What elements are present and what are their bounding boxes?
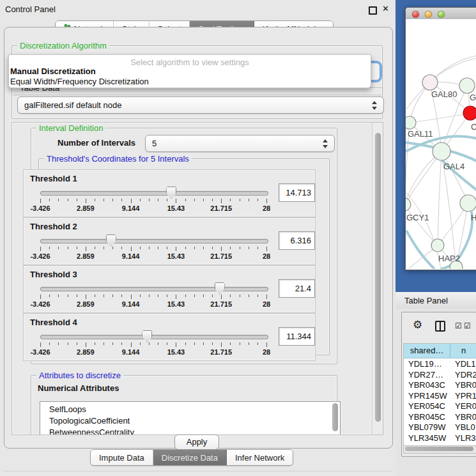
slider-tick-label: 9.144: [115, 204, 147, 212]
threshold-row-1: Threshold 1-3.4262.8599.14415.4321.71528…: [23, 169, 316, 217]
threshold-slider-thumb[interactable]: [106, 234, 116, 247]
numerical-attributes-list[interactable]: SelfLoopsTopologicalCoefficientBetweenne…: [40, 401, 341, 435]
cell-name: YLR3: [455, 433, 476, 443]
network-node[interactable]: [431, 239, 444, 252]
screen: Control Panel ✕ NetworkStyleSelectCyni T…: [0, 0, 476, 476]
cell-shared-name: YBL079W: [408, 422, 450, 432]
cell-shared-name: YBR045C: [408, 412, 450, 422]
attribute-item[interactable]: TopologicalCoefficient: [49, 415, 130, 427]
control-panel-titlebar: Control Panel ✕: [0, 0, 395, 18]
table-row[interactable]: YBR043CYBR0: [404, 380, 476, 391]
threshold-label: Threshold 4: [30, 318, 77, 327]
network-node-label: G: [470, 93, 476, 102]
threshold-slider-thumb[interactable]: [142, 330, 152, 342]
network-node-label: GCY1: [406, 213, 429, 222]
discretization-algorithm-group-title: Discretization Algorithm: [17, 41, 109, 50]
attributes-group-title: Attributes to discretize: [36, 371, 123, 380]
columns-icon[interactable]: [435, 321, 445, 332]
tab-impute-data[interactable]: Impute Data: [91, 450, 153, 465]
threshold-row-3: Threshold 3-3.4262.8599.14415.4321.71528…: [23, 265, 316, 313]
table-hscrollbar-thumb[interactable]: [405, 447, 473, 451]
table-row[interactable]: YBL079WYBL0: [404, 422, 476, 433]
cell-shared-name: YLR345W: [408, 433, 450, 443]
cell-name: YPR1: [455, 391, 476, 401]
numerical-attributes-heading: Numerical Attributes: [38, 383, 119, 393]
cell-name: YBR0: [455, 412, 476, 422]
number-of-intervals-combobox[interactable]: 5: [145, 135, 335, 152]
settings-scrollbar-thumb[interactable]: [375, 133, 381, 422]
attribute-item[interactable]: SelfLoops: [49, 404, 86, 415]
table-row[interactable]: YDR27…YDR2: [404, 370, 476, 381]
cell-name: YDL1: [455, 359, 476, 369]
mac-minimize-icon[interactable]: [425, 11, 432, 18]
cyni-toolbox-panel: Discretization Algorithm Table Data galF…: [4, 27, 393, 449]
table-data-combobox[interactable]: galFiltered.sif default node: [17, 96, 384, 114]
table-row[interactable]: YLR345WYLR3: [404, 433, 476, 444]
table-row[interactable]: YPR145WYPR1: [404, 391, 476, 402]
threshold-slider-track[interactable]: [40, 239, 268, 243]
threshold-slider-thumb[interactable]: [215, 282, 225, 295]
settings-scrollbar-track: [372, 123, 383, 434]
network-node[interactable]: [422, 75, 438, 90]
threshold-slider-thumb[interactable]: [166, 187, 176, 199]
network-canvas[interactable]: GAL80GCGAL11GAL4GCY1HHAP2: [406, 19, 476, 269]
checkbox-icon[interactable]: ☑: [464, 321, 471, 330]
tab-label: Impute Data: [99, 453, 144, 463]
column-header-shared[interactable]: shared…: [404, 344, 450, 358]
network-node[interactable]: [433, 142, 450, 160]
threshold-value-field[interactable]: 21.4: [279, 279, 315, 298]
network-node[interactable]: [406, 116, 416, 129]
threshold-label: Threshold 2: [30, 222, 77, 231]
cell-shared-name: YDL19…: [408, 359, 450, 369]
threshold-slider-track[interactable]: [40, 335, 268, 339]
table-data-combobox-value: galFiltered.sif default node: [24, 100, 121, 110]
slider-tick-label: 15.43: [160, 348, 192, 356]
popup-item-manual-discretization[interactable]: Manual Discretization: [10, 66, 368, 76]
popup-item-equal-width-frequency[interactable]: Equal Width/Frequency Discretization: [10, 77, 368, 86]
threshold-value-field[interactable]: 6.316: [279, 231, 315, 250]
threshold-slider-track[interactable]: [40, 191, 268, 196]
slider-tick-label: 28: [250, 204, 282, 212]
threshold-slider-track[interactable]: [40, 287, 268, 291]
slider-tick-label: 28: [250, 252, 282, 260]
panel-title: Control Panel: [5, 4, 56, 14]
network-node[interactable]: [459, 78, 475, 93]
float-window-icon[interactable]: [369, 6, 377, 15]
mac-zoom-icon[interactable]: [438, 11, 445, 18]
slider-tick-label: 9.144: [115, 252, 147, 260]
network-graph: [406, 19, 476, 269]
table-row[interactable]: YER054CYER0: [404, 401, 476, 412]
threshold-label: Threshold 3: [30, 270, 77, 279]
popup-prompt: Select algorithm to view settings: [9, 58, 371, 67]
tab-discretize-data[interactable]: Discretize Data: [153, 450, 227, 465]
mac-close-icon[interactable]: [412, 11, 419, 18]
attribute-item[interactable]: BetweennessCentrality: [49, 427, 134, 435]
column-header-name[interactable]: n: [450, 344, 476, 358]
checkbox-icon[interactable]: ☑: [455, 321, 462, 330]
slider-tick-label: 15.43: [160, 204, 192, 212]
network-node[interactable]: [406, 198, 411, 211]
network-node[interactable]: [460, 195, 476, 211]
threshold-value-field[interactable]: 14.713: [279, 183, 315, 202]
attributes-list-scrollbar[interactable]: [332, 403, 338, 431]
network-node[interactable]: [463, 106, 476, 120]
tab-label: Infer Network: [235, 453, 284, 463]
gear-icon[interactable]: ⚙: [413, 319, 422, 330]
close-icon[interactable]: ✕: [382, 4, 389, 13]
table-row[interactable]: YDL19…YDL1: [404, 359, 476, 370]
slider-tick-label: 2.859: [70, 252, 102, 260]
slider-tick-label: 2.859: [70, 204, 102, 212]
slider-tick-label: 28: [250, 300, 282, 308]
number-of-intervals-label: Number of Intervals: [58, 138, 135, 148]
apply-button[interactable]: Apply: [174, 434, 219, 450]
threshold-label: Threshold 1: [30, 174, 77, 183]
combo-arrows-icon: [323, 139, 328, 149]
slider-tick-label: 2.859: [70, 348, 102, 356]
table-panel-titlebar: Table Panel: [395, 292, 476, 309]
cell-name: YBR0: [455, 380, 476, 390]
slider-tick-label: -3.426: [24, 252, 56, 260]
table-row[interactable]: YBR045CYBR0: [404, 412, 476, 423]
network-window-titlebar[interactable]: [406, 8, 476, 20]
threshold-value-field[interactable]: 11.344: [279, 327, 315, 346]
tab-infer-network[interactable]: Infer Network: [227, 450, 293, 465]
